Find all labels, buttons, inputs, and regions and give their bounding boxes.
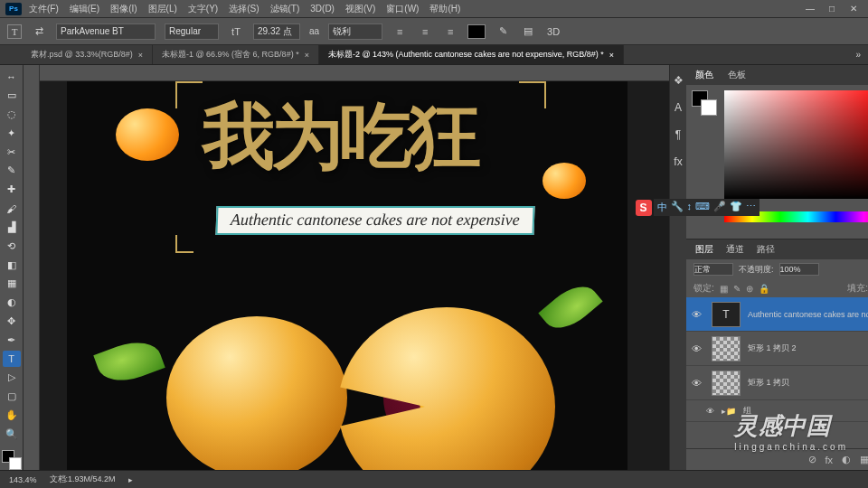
paragraph-icon[interactable]: ¶ bbox=[670, 127, 686, 143]
headline-text[interactable]: 我为吃狂 bbox=[203, 89, 477, 186]
font-style-select[interactable] bbox=[165, 23, 219, 40]
ime-more-icon[interactable]: ⋯ bbox=[746, 201, 756, 214]
layer-row[interactable]: 👁 T Authentic cantonese cakes are not ex… bbox=[686, 297, 868, 332]
visibility-icon[interactable]: 👁 bbox=[692, 309, 704, 320]
subtitle-text[interactable]: Authentic cantonese cakes are not expens… bbox=[215, 206, 534, 235]
align-left-icon[interactable]: ≡ bbox=[392, 23, 408, 40]
history-icon[interactable]: ❖ bbox=[670, 72, 686, 89]
maximize-button[interactable]: □ bbox=[823, 4, 841, 14]
ime-switch-icon[interactable]: ↕ bbox=[687, 201, 693, 214]
zoom-tool[interactable]: 🔍 bbox=[3, 426, 21, 442]
shape-tool[interactable]: ▢ bbox=[3, 389, 21, 405]
stamp-tool[interactable]: ▟ bbox=[3, 220, 21, 236]
adjustment-layer-icon[interactable]: ▦ bbox=[860, 454, 868, 465]
menu-edit[interactable]: 编辑(E) bbox=[70, 3, 99, 15]
eyedropper-tool[interactable]: ✎ bbox=[3, 163, 21, 179]
ime-voice-icon[interactable]: 🎤 bbox=[713, 201, 726, 214]
menu-file[interactable]: 文件(F) bbox=[29, 3, 59, 15]
font-size-select[interactable] bbox=[253, 23, 300, 40]
menu-select[interactable]: 选择(S) bbox=[229, 3, 259, 15]
background-swatch[interactable] bbox=[9, 457, 22, 470]
doc-info[interactable]: 文档:1.93M/54.2M bbox=[50, 474, 116, 485]
lock-pixels-icon[interactable]: ▦ bbox=[720, 284, 728, 294]
menu-help[interactable]: 帮助(H) bbox=[429, 3, 460, 15]
styles-icon[interactable]: fx bbox=[670, 154, 686, 170]
path-select-tool[interactable]: ▷ bbox=[3, 370, 21, 386]
font-family-select[interactable] bbox=[56, 23, 156, 40]
visibility-icon[interactable]: 👁 bbox=[692, 378, 704, 389]
tabs-collapse-icon[interactable]: » bbox=[848, 45, 868, 64]
menu-3d[interactable]: 3D(D) bbox=[310, 4, 335, 14]
lock-position-icon[interactable]: ⊕ bbox=[746, 284, 753, 294]
ruler-horizontal[interactable] bbox=[40, 65, 669, 81]
visibility-icon[interactable]: 👁 bbox=[692, 343, 704, 354]
menu-type[interactable]: 文字(Y) bbox=[188, 3, 218, 15]
menu-view[interactable]: 视图(V) bbox=[345, 3, 375, 15]
doc-tab-1[interactable]: 未标题-1 @ 66.9% (宿舍 6, RGB/8#) *× bbox=[153, 45, 319, 64]
type-tool[interactable]: T bbox=[3, 351, 21, 367]
marquee-tool[interactable]: ▭ bbox=[3, 88, 21, 104]
gradient-tool[interactable]: ▦ bbox=[3, 276, 21, 292]
menu-image[interactable]: 图像(I) bbox=[110, 3, 137, 15]
layer-name[interactable]: Authentic cantonese cakes are not expens… bbox=[748, 310, 868, 319]
ime-keyboard-icon[interactable]: ⌨ bbox=[695, 201, 710, 214]
tab-channels[interactable]: 通道 bbox=[726, 243, 744, 256]
close-icon[interactable]: × bbox=[138, 51, 143, 60]
eraser-tool[interactable]: ◧ bbox=[3, 257, 21, 273]
dodge-tool[interactable]: ✥ bbox=[3, 314, 21, 330]
menu-layer[interactable]: 图层(L) bbox=[148, 3, 177, 15]
antialias-select[interactable] bbox=[328, 23, 382, 40]
ime-skin-icon[interactable]: 👕 bbox=[730, 201, 742, 214]
close-icon[interactable]: × bbox=[305, 51, 309, 60]
ruler-vertical[interactable] bbox=[24, 65, 40, 470]
orientation-toggle-icon[interactable]: ⇄ bbox=[31, 23, 47, 40]
layer-name[interactable]: 矩形 1 拷贝 2 bbox=[748, 343, 868, 354]
lasso-tool[interactable]: ◌ bbox=[3, 107, 21, 123]
info-menu-icon[interactable]: ▸ bbox=[128, 475, 133, 484]
link-layers-icon[interactable]: ⊘ bbox=[808, 454, 816, 465]
character-icon[interactable]: A bbox=[670, 99, 686, 116]
ime-toolbar[interactable]: S 中 🔧 ↕ ⌨ 🎤 👕 ⋯ bbox=[636, 199, 760, 216]
layer-mask-icon[interactable]: ◐ bbox=[842, 454, 851, 465]
lock-paint-icon[interactable]: ✎ bbox=[733, 284, 741, 294]
crop-tool[interactable]: ✂ bbox=[3, 144, 21, 160]
lock-all-icon[interactable]: 🔒 bbox=[759, 284, 769, 294]
minimize-button[interactable]: — bbox=[801, 4, 819, 14]
tab-color[interactable]: 颜色 bbox=[695, 69, 713, 81]
opacity-input[interactable] bbox=[779, 263, 819, 276]
color-panel-swatches[interactable] bbox=[692, 90, 717, 116]
canvas[interactable]: 我为吃狂 Authentic cantonese cakes are not e… bbox=[40, 81, 669, 470]
history-brush-tool[interactable]: ⟲ bbox=[3, 238, 21, 254]
zoom-level[interactable]: 143.4% bbox=[9, 475, 37, 484]
doc-tab-0[interactable]: 素材.psd @ 33.3%(RGB/8#)× bbox=[22, 45, 153, 64]
magic-wand-tool[interactable]: ✦ bbox=[3, 125, 21, 141]
tab-paths[interactable]: 路径 bbox=[757, 243, 775, 256]
healing-tool[interactable]: ✚ bbox=[3, 182, 21, 198]
brush-tool[interactable]: 🖌 bbox=[3, 201, 21, 217]
menu-window[interactable]: 窗口(W) bbox=[386, 3, 419, 15]
3d-icon[interactable]: 3D bbox=[545, 23, 561, 40]
ime-lang[interactable]: 中 bbox=[657, 201, 667, 214]
blend-mode-select[interactable] bbox=[693, 263, 733, 276]
color-field[interactable] bbox=[724, 90, 868, 199]
color-swatches[interactable] bbox=[2, 450, 22, 470]
hand-tool[interactable]: ✋ bbox=[3, 408, 21, 424]
close-icon[interactable]: × bbox=[609, 51, 614, 60]
warp-text-icon[interactable]: ✎ bbox=[495, 23, 511, 40]
close-button[interactable]: ✕ bbox=[844, 4, 863, 14]
pen-tool[interactable]: ✒ bbox=[3, 332, 21, 348]
layer-name[interactable]: 矩形 1 拷贝 bbox=[748, 377, 868, 389]
align-center-icon[interactable]: ≡ bbox=[417, 23, 433, 40]
move-tool[interactable]: ↔ bbox=[3, 69, 21, 85]
tool-preset-icon[interactable]: T bbox=[7, 24, 22, 39]
doc-tab-2[interactable]: 未标题-2 @ 143% (Authentic cantonese cakes … bbox=[319, 45, 624, 64]
tab-layers[interactable]: 图层 bbox=[695, 243, 713, 256]
tab-swatches[interactable]: 色板 bbox=[728, 69, 746, 81]
layer-row[interactable]: 👁 矩形 1 拷贝 bbox=[686, 366, 868, 400]
visibility-icon[interactable]: 👁 bbox=[706, 407, 714, 416]
blur-tool[interactable]: ◐ bbox=[3, 295, 21, 311]
character-panel-icon[interactable]: ▤ bbox=[520, 23, 536, 40]
layer-row[interactable]: 👁 矩形 1 拷贝 2 bbox=[686, 332, 868, 366]
align-right-icon[interactable]: ≡ bbox=[442, 23, 458, 40]
ime-settings-icon[interactable]: 🔧 bbox=[671, 201, 684, 214]
